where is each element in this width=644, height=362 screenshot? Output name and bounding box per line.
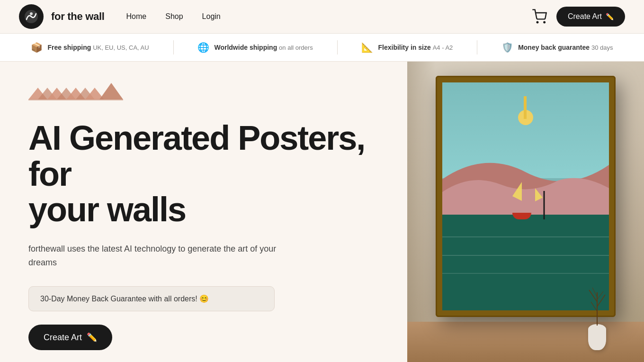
money-back-label: Money back guarantee (518, 44, 590, 51)
globe-icon: 🌐 (197, 42, 209, 53)
pencil-icon-nav: ✏️ (606, 13, 614, 20)
free-shipping-detail: UK, EU, US, CA, AU (93, 44, 149, 51)
info-shipping-worldwide: 🌐 Worldwide shipping on all orders (197, 42, 313, 53)
create-art-button-hero[interactable]: Create Art ✏️ (28, 325, 112, 350)
svg-marker-11 (99, 83, 123, 100)
guarantee-banner: 30-Day Money Back Guarantee with all ord… (28, 286, 275, 311)
shield-icon: 🛡️ (501, 42, 513, 53)
hero-image-container (407, 62, 644, 362)
create-art-label-nav: Create Art (568, 12, 602, 21)
svg-line-14 (589, 290, 597, 302)
shipping-icon: 📦 (31, 42, 43, 53)
money-back-detail: 30 days (591, 44, 613, 51)
vase (588, 324, 606, 350)
info-size-flexibility: 📐 Flexibility in size A4 - A2 (361, 42, 453, 53)
size-icon: 📐 (361, 42, 373, 53)
svg-rect-12 (28, 99, 123, 100)
nav-links: Home Shop Login (126, 12, 221, 21)
worldwide-shipping-detail: on all orders (279, 44, 313, 51)
poster-frame (436, 76, 616, 317)
hero-image (407, 62, 644, 362)
brand-name: for the wall (51, 10, 105, 23)
hero-section: AI Generated Posters, for your walls for… (0, 62, 644, 362)
nav-login[interactable]: Login (202, 12, 221, 21)
create-art-button-nav[interactable]: Create Art ✏️ (556, 7, 625, 27)
info-bar: 📦 Free shipping UK, EU, US, CA, AU 🌐 Wor… (0, 33, 644, 62)
svg-line-15 (597, 295, 605, 307)
guarantee-text: 30-Day Money Back Guarantee with all ord… (40, 294, 209, 303)
info-shipping-free: 📦 Free shipping UK, EU, US, CA, AU (31, 42, 149, 53)
info-divider-2 (337, 40, 338, 54)
nav-right: Create Art ✏️ (532, 7, 625, 27)
svg-line-18 (591, 302, 597, 311)
hero-title: AI Generated Posters, for your walls (28, 120, 379, 228)
info-money-back: 🛡️ Money back guarantee 30 days (501, 42, 613, 53)
info-divider-1 (173, 40, 174, 54)
hero-left: AI Generated Posters, for your walls for… (0, 62, 407, 362)
svg-point-2 (537, 22, 538, 23)
zigzag-decoration (28, 81, 379, 106)
info-divider-3 (477, 40, 477, 54)
free-shipping-label: Free shipping (47, 44, 91, 51)
navbar: for the wall Home Shop Login Create Art … (0, 0, 644, 33)
nav-shop[interactable]: Shop (165, 12, 183, 21)
hero-description: forthewall uses the latest AI technology… (28, 242, 284, 270)
poster-artwork (442, 82, 609, 310)
flexibility-detail: A4 - A2 (433, 44, 453, 51)
nav-home[interactable]: Home (126, 12, 147, 21)
cart-icon[interactable] (532, 9, 547, 24)
svg-point-1 (30, 12, 33, 15)
nav-left: for the wall Home Shop Login (19, 4, 221, 29)
svg-point-3 (544, 22, 545, 23)
logo[interactable] (19, 4, 44, 29)
pencil-icon-hero: ✏️ (87, 332, 97, 343)
worldwide-shipping-label: Worldwide shipping (214, 44, 277, 51)
create-art-label-hero: Create Art (44, 333, 82, 343)
flexibility-label: Flexibility in size (378, 44, 430, 51)
hero-title-line1: AI Generated Posters, for (28, 119, 365, 193)
hero-title-line2: your walls (28, 190, 186, 228)
